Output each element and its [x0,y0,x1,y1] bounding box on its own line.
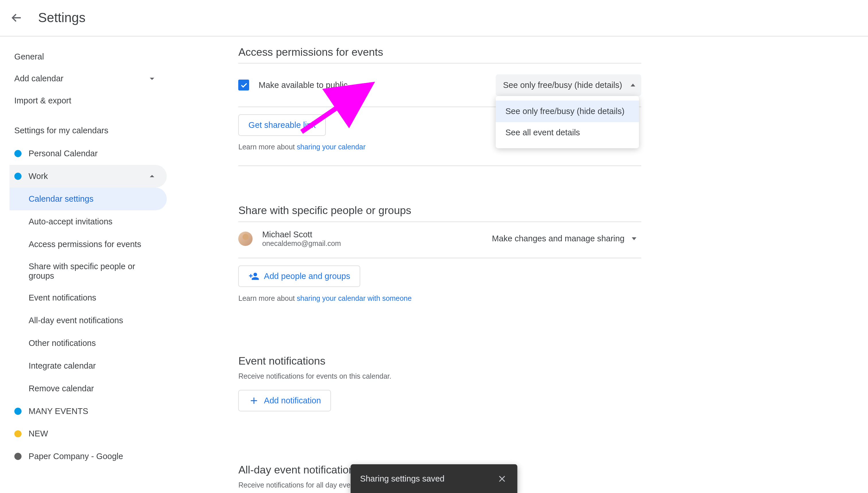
sub-label: Remove calendar [29,384,94,393]
visibility-dropdown-wrap: See only free/busy (hide details) See on… [496,74,641,96]
main-layout: General Add calendar Import & export Set… [0,37,868,493]
section-heading: Access permissions for events [238,46,641,58]
chevron-up-icon [147,171,157,181]
checkmark-icon [240,81,248,89]
share-user-left: Michael Scott onecaldemo@gmail.com [238,230,341,248]
sub-label: Auto-accept invitations [29,217,113,227]
sidebar-section-title: Settings for my calendars [9,111,167,143]
chevron-down-icon [147,73,157,84]
content-area: Access permissions for events Make avail… [167,37,655,493]
sidebar-calendar-many-events[interactable]: MANY EVENTS [9,400,167,423]
page-title: Settings [38,10,86,25]
calendar-color-dot [14,173,22,180]
sidebar-item-import-export[interactable]: Import & export [9,90,167,111]
section-heading: Share with specific people or groups [238,204,641,217]
toast-notification: Sharing settings saved [350,464,517,493]
app-header: Settings [0,0,868,37]
sidebar-calendar-work[interactable]: Work [9,165,167,188]
sidebar-item-add-calendar[interactable]: Add calendar [9,67,167,90]
separator [238,63,641,64]
add-people-button[interactable]: Add people and groups [238,265,360,287]
helper-prefix: Learn more about [238,294,297,302]
make-public-label: Make available to public [259,81,348,90]
person-add-icon [249,271,259,282]
make-public-row: Make available to public See only free/b… [238,66,641,104]
share-user-name: Michael Scott [262,230,341,239]
sub-label: Event notifications [29,293,96,302]
sidebar-calendar-paper-company[interactable]: Paper Company - Google [9,445,167,468]
sidebar-item-label: Import & export [14,96,71,105]
check-left: Make available to public [238,80,348,90]
separator [238,258,641,258]
section-event-notifications: Event notifications Receive notification… [238,345,641,426]
calendar-label: Paper Company - Google [29,452,123,461]
button-label: Get shareable link [249,121,316,130]
calendar-label: Work [29,172,48,181]
sidebar-calendar-personal[interactable]: Personal Calendar [9,142,167,165]
close-icon [497,473,507,484]
helper-link[interactable]: sharing your calendar with someone [297,294,412,302]
visibility-dropdown[interactable]: See only free/busy (hide details) [496,74,641,96]
helper-text: Learn more about sharing your calendar w… [238,294,641,302]
calendar-color-dot [14,408,22,415]
user-avatar-icon [238,232,253,246]
sub-label: Access permissions for events [29,240,141,249]
sub-access-permissions[interactable]: Access permissions for events [9,233,167,256]
add-event-notification-button[interactable]: Add notification [238,390,331,411]
calendar-label: NEW [29,429,48,438]
toast-close-button[interactable] [496,473,508,485]
button-label: Add notification [264,396,321,405]
calendar-label: MANY EVENTS [29,407,88,416]
calendar-color-dot [14,150,22,157]
sub-integrate-calendar[interactable]: Integrate calendar [9,355,167,377]
share-user-email: onecaldemo@gmail.com [262,239,341,248]
sub-label: Calendar settings [29,194,94,204]
sidebar-item-label: General [14,52,44,62]
visibility-option-freebusy[interactable]: See only free/busy (hide details) [496,101,639,122]
get-shareable-link-button[interactable]: Get shareable link [238,114,326,136]
section-share-specific: Share with specific people or groups Mic… [238,195,641,317]
permission-dropdown[interactable]: Make changes and manage sharing [485,229,641,248]
sub-label: Other notifications [29,339,96,348]
sub-share-specific[interactable]: Share with specific people or groups [9,256,167,287]
share-user-row: Michael Scott onecaldemo@gmail.com Make … [238,221,641,255]
calendar-label: Personal Calendar [29,149,98,158]
helper-prefix: Learn more about [238,143,297,151]
permission-dropdown-wrap: Make changes and manage sharing [485,229,641,248]
plus-icon [249,395,259,406]
share-user-info: Michael Scott onecaldemo@gmail.com [262,230,341,248]
back-button[interactable] [9,10,24,25]
sub-calendar-settings[interactable]: Calendar settings [9,188,167,210]
sub-label: Integrate calendar [29,361,96,371]
make-public-checkbox[interactable] [238,80,249,90]
button-label: Add people and groups [264,272,350,281]
visibility-option-all-details[interactable]: See all event details [496,122,639,144]
section-access-permissions: Access permissions for events Make avail… [238,46,641,166]
calendar-color-dot [14,453,22,460]
helper-link[interactable]: sharing your calendar [297,143,366,151]
sidebar-nav-top: General Add calendar Import & export [9,46,167,111]
arrow-left-icon [9,10,24,25]
toast-message: Sharing settings saved [360,474,444,484]
sub-event-notifications[interactable]: Event notifications [9,286,167,309]
section-subtext: Receive notifications for events on this… [238,372,641,380]
sidebar-calendar-new[interactable]: NEW [9,423,167,445]
section-heading: Event notifications [238,355,641,367]
sidebar: General Add calendar Import & export Set… [0,37,167,493]
sub-other-notifications[interactable]: Other notifications [9,332,167,355]
header-left: Settings [9,10,86,25]
sidebar-item-label: Add calendar [14,74,64,83]
sub-allday-notifications[interactable]: All-day event notifications [9,309,167,332]
sub-auto-accept[interactable]: Auto-accept invitations [9,210,167,233]
sub-label: Share with specific people or groups [29,262,157,281]
sub-remove-calendar[interactable]: Remove calendar [9,377,167,400]
sidebar-item-general[interactable]: General [9,46,167,67]
calendar-tree: Personal Calendar Work Calendar settings… [9,142,167,468]
calendar-color-dot [14,430,22,437]
sub-label: All-day event notifications [29,316,123,325]
visibility-dropdown-menu: See only free/busy (hide details) See al… [496,96,639,148]
